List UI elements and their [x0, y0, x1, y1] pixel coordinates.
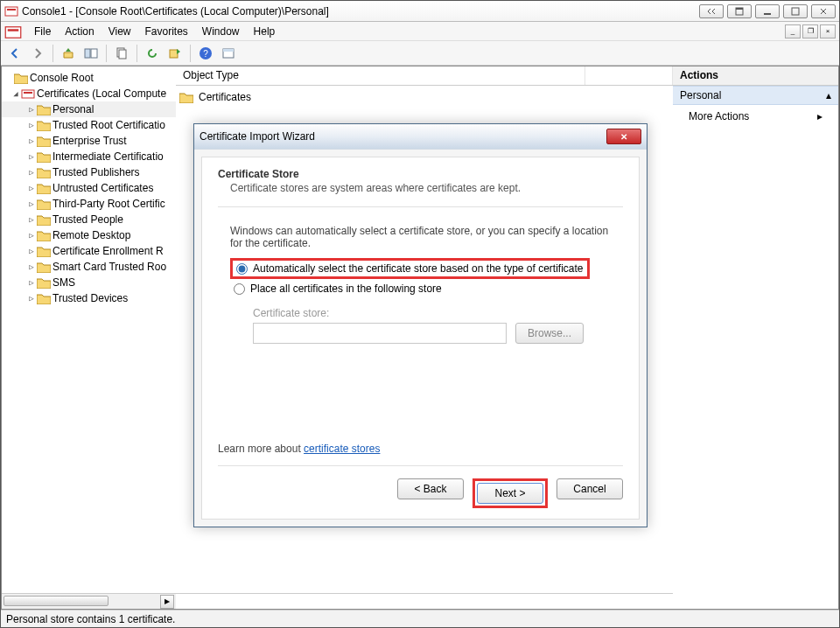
actions-scope[interactable]: Personal ▴: [673, 86, 838, 105]
section-desc: Certificate stores are system areas wher…: [230, 182, 623, 194]
tree-node-sms[interactable]: ▷SMS: [2, 275, 176, 290]
svg-rect-8: [85, 49, 90, 58]
expand-icon[interactable]: ▷: [26, 168, 37, 177]
expand-icon[interactable]: ▷: [26, 294, 37, 303]
back-button[interactable]: [4, 44, 25, 63]
expand-icon[interactable]: ▷: [26, 105, 37, 114]
collapse-icon[interactable]: ◢: [10, 89, 21, 98]
list-col-objecttype[interactable]: Object Type: [176, 66, 585, 85]
mdi-restore[interactable]: ❐: [802, 24, 818, 38]
tree-node-label: Trusted Devices: [52, 292, 128, 304]
folder-icon: [37, 228, 51, 242]
tree-node-label: Trusted Publishers: [52, 166, 140, 178]
cancel-button[interactable]: Cancel: [556, 478, 623, 499]
tree-node-certificate-enrollment-r[interactable]: ▷Certificate Enrollment R: [2, 243, 176, 259]
expand-icon[interactable]: ▷: [26, 136, 37, 145]
mmc-doc-icon: [4, 24, 22, 39]
menu-favorites[interactable]: Favorites: [138, 24, 195, 39]
chevron-right-icon: ▸: [817, 110, 822, 122]
learn-link[interactable]: certificate stores: [304, 443, 380, 455]
svg-rect-4: [764, 13, 771, 15]
tree-node-trusted-publishers[interactable]: ▷Trusted Publishers: [2, 164, 176, 180]
forward-button[interactable]: [27, 44, 48, 63]
tree-certificates[interactable]: ◢ Certificates (Local Compute: [2, 86, 176, 101]
svg-rect-7: [8, 29, 19, 31]
expand-icon[interactable]: ▷: [26, 278, 37, 287]
menu-help[interactable]: Help: [247, 24, 283, 39]
tree-node-enterprise-trust[interactable]: ▷Enterprise Trust: [2, 133, 176, 149]
section-title: Certificate Store: [218, 168, 623, 180]
expand-icon[interactable]: ▷: [26, 184, 37, 192]
expand-icon[interactable]: ▷: [26, 199, 37, 208]
import-wizard-dialog: Certificate Import Wizard ✕ Certificate …: [193, 123, 648, 527]
svg-rect-1: [7, 9, 16, 10]
actions-title: Actions: [673, 66, 838, 86]
expand-icon[interactable]: ▷: [26, 152, 37, 161]
tree-hscrollbar[interactable]: ▶: [2, 593, 176, 609]
radio-place-label: Place all certificates in the following …: [250, 283, 442, 295]
tree-root[interactable]: Console Root: [2, 70, 176, 86]
folder-icon: [37, 118, 51, 132]
menu-window[interactable]: Window: [195, 24, 247, 39]
options-button[interactable]: [218, 44, 239, 63]
close-button[interactable]: [811, 4, 836, 18]
browse-button: Browse...: [515, 323, 584, 344]
radio-auto-label: Automatically select the certificate sto…: [253, 262, 584, 275]
tree-node-trusted-root-certificatio[interactable]: ▷Trusted Root Certificatio: [2, 117, 176, 133]
tree-node-personal[interactable]: ▷Personal: [2, 101, 176, 117]
list-item[interactable]: Certificates: [179, 89, 669, 105]
up-button[interactable]: [58, 44, 79, 63]
expand-icon[interactable]: ▷: [26, 262, 37, 271]
svg-rect-16: [223, 49, 234, 52]
expand-icon[interactable]: ▷: [26, 231, 37, 240]
mdi-minimize[interactable]: _: [785, 24, 801, 38]
back-button[interactable]: < Back: [397, 478, 464, 499]
folder-icon: [37, 260, 51, 274]
status-bar: Personal store contains 1 certificate.: [1, 610, 839, 627]
svg-text:?: ?: [203, 49, 208, 59]
maximize-button[interactable]: [783, 4, 808, 18]
tree-node-label: Certificate Enrollment R: [52, 245, 164, 257]
folder-icon: [37, 150, 51, 164]
refresh-button[interactable]: [142, 44, 163, 63]
svg-rect-9: [91, 49, 97, 58]
toolbar: ?: [1, 41, 839, 66]
folder-icon: [37, 181, 51, 195]
action-more-actions[interactable]: More Actions ▸: [673, 105, 838, 128]
tree-node-smart-card-trusted-roo[interactable]: ▷Smart Card Trusted Roo: [2, 259, 176, 275]
svg-rect-11: [119, 50, 126, 59]
svg-rect-5: [792, 8, 799, 15]
menu-action[interactable]: Action: [58, 24, 101, 39]
minimize-button[interactable]: [755, 4, 780, 18]
dialog-close-button[interactable]: ✕: [606, 129, 641, 144]
menu-file[interactable]: File: [27, 24, 58, 39]
expand-icon[interactable]: ▷: [26, 121, 37, 129]
auto-select-highlight: Automatically select the certificate sto…: [230, 258, 590, 279]
collapse-arrow-icon: ▴: [826, 89, 831, 101]
winbtn-next[interactable]: [727, 4, 752, 18]
store-label: Certificate store:: [253, 307, 623, 319]
mdi-close[interactable]: ×: [820, 24, 836, 38]
copy-button[interactable]: [111, 44, 132, 63]
show-hide-tree-button[interactable]: [80, 44, 102, 63]
expand-icon[interactable]: ▷: [26, 247, 37, 255]
tree-node-label: Remote Desktop: [52, 229, 130, 241]
menu-view[interactable]: View: [102, 24, 138, 39]
tree-node-third-party-root-certific[interactable]: ▷Third-Party Root Certific: [2, 196, 176, 212]
radio-auto-select[interactable]: [236, 263, 248, 275]
tree-node-trusted-people[interactable]: ▷Trusted People: [2, 212, 176, 227]
folder-icon: [37, 276, 51, 290]
help-button[interactable]: ?: [195, 44, 216, 63]
list-item-label: Certificates: [199, 91, 251, 103]
winbtn-prev[interactable]: [699, 4, 724, 18]
tree-node-intermediate-certificatio[interactable]: ▷Intermediate Certificatio: [2, 149, 176, 164]
tree-node-trusted-devices[interactable]: ▷Trusted Devices: [2, 290, 176, 306]
svg-rect-18: [24, 92, 32, 94]
tree-node-remote-desktop[interactable]: ▷Remote Desktop: [2, 227, 176, 243]
tree-node-untrusted-certificates[interactable]: ▷Untrusted Certificates: [2, 180, 176, 196]
next-button[interactable]: Next >: [477, 483, 543, 504]
radio-place-all[interactable]: [234, 283, 245, 295]
export-button[interactable]: [164, 44, 186, 63]
expand-icon[interactable]: ▷: [26, 215, 37, 224]
tree-node-label: Enterprise Trust: [52, 135, 127, 147]
